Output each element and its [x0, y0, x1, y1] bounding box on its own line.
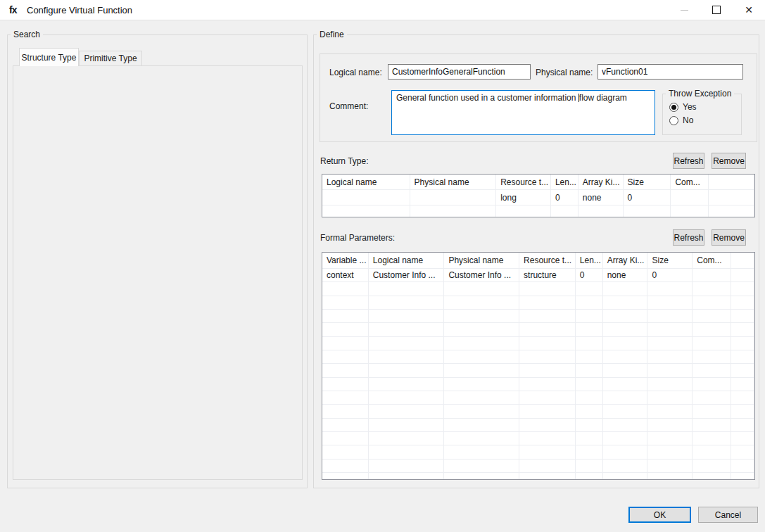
close-button[interactable]: ✕	[733, 0, 765, 20]
return-type-label: Return Type:	[320, 156, 368, 166]
maximize-button[interactable]	[700, 0, 733, 20]
column-header[interactable]: Logical name	[322, 175, 410, 189]
table-empty-cell	[576, 364, 603, 376]
table-empty-row	[322, 323, 754, 336]
table-empty-cell	[369, 405, 445, 417]
tab-primitive-type[interactable]: Primitive Type	[79, 51, 142, 65]
return-type-table: Logical namePhysical nameResource t...Le…	[322, 174, 755, 217]
table-empty-cell	[322, 350, 369, 363]
radio-throw-exception-yes[interactable]: Yes	[669, 102, 741, 112]
column-header[interactable]: Resource t...	[496, 175, 551, 189]
table-empty-cell	[519, 473, 576, 480]
formal-parameters-refresh-button[interactable]: Refresh	[673, 229, 704, 246]
table-empty-cell	[369, 473, 445, 480]
table-empty-cell	[647, 364, 693, 376]
column-header[interactable]: Size	[624, 175, 671, 189]
table-empty-cell	[369, 350, 445, 363]
table-empty-cell	[444, 405, 519, 417]
table-empty-cell	[693, 391, 731, 404]
table-empty-cell	[369, 364, 445, 376]
table-empty-cell	[410, 205, 497, 217]
table-empty-cell	[519, 350, 576, 363]
table-empty-cell	[603, 296, 648, 309]
table-empty-cell	[693, 473, 731, 480]
table-empty-row	[322, 337, 754, 350]
table-empty-cell	[647, 323, 693, 336]
column-header[interactable]: Variable ...	[322, 253, 369, 268]
table-empty-cell	[603, 310, 648, 322]
table-empty-cell	[576, 378, 603, 391]
ok-button[interactable]: OK	[628, 507, 691, 523]
table-empty-cell	[671, 205, 709, 217]
table-empty-cell	[731, 364, 754, 376]
table-empty-cell	[322, 205, 410, 217]
table-empty-cell	[576, 310, 603, 322]
cancel-button[interactable]: Cancel	[698, 507, 758, 523]
physical-name-input[interactable]	[598, 64, 743, 80]
table-empty-cell	[576, 460, 603, 472]
table-empty-cell	[444, 310, 519, 322]
return-type-refresh-button[interactable]: Refresh	[673, 153, 704, 169]
table-empty-cell	[731, 323, 754, 336]
table-empty-cell	[603, 391, 648, 404]
tab-structure-type[interactable]: Structure Type	[19, 48, 79, 66]
table-empty-cell	[603, 419, 648, 431]
table-empty-cell	[322, 473, 369, 480]
table-empty-cell	[624, 205, 671, 217]
table-empty-cell	[322, 364, 369, 376]
table-empty-cell	[576, 323, 603, 336]
table-empty-cell	[369, 310, 445, 322]
table-empty-cell	[369, 460, 445, 472]
table-row[interactable]: contextCustomer Info ...Customer Info ..…	[322, 269, 754, 282]
column-header[interactable]: Com...	[671, 175, 709, 189]
table-empty-cell	[519, 432, 576, 445]
table-empty-cell	[444, 445, 519, 458]
search-groupbox-label: Search	[11, 30, 43, 39]
radio-yes-label: Yes	[683, 102, 697, 112]
table-row[interactable]: long0none0	[322, 190, 754, 205]
column-header[interactable]: Len...	[551, 175, 579, 189]
table-empty-cell	[647, 296, 693, 309]
column-header[interactable]	[731, 253, 754, 268]
table-empty-row	[322, 473, 754, 480]
column-header[interactable]	[709, 175, 754, 189]
column-header[interactable]: Array Ki...	[579, 175, 624, 189]
table-empty-row	[322, 310, 754, 323]
formal-parameters-table: Variable ...Logical namePhysical nameRes…	[322, 252, 755, 480]
table-empty-cell	[603, 364, 648, 376]
comment-text: General function used in a customer info…	[396, 93, 579, 103]
table-empty-row	[322, 350, 754, 364]
column-header[interactable]: Size	[647, 253, 693, 268]
table-cell	[709, 190, 754, 205]
table-empty-cell	[647, 445, 693, 458]
radio-icon	[669, 103, 678, 112]
table-empty-cell	[693, 419, 731, 431]
maximize-icon	[712, 6, 721, 14]
table-empty-row	[322, 364, 754, 377]
column-header[interactable]: Array Ki...	[603, 253, 648, 268]
column-header[interactable]: Physical name	[444, 253, 519, 268]
column-header[interactable]: Logical name	[369, 253, 445, 268]
return-type-remove-button[interactable]: Remove	[712, 153, 746, 169]
table-empty-cell	[647, 419, 693, 431]
define-groupbox-label: Define	[317, 30, 347, 39]
comment-textarea[interactable]: General function used in a customer info…	[391, 90, 655, 135]
table-empty-cell	[519, 445, 576, 458]
table-empty-cell	[444, 391, 519, 404]
radio-throw-exception-no[interactable]: No	[669, 115, 741, 125]
table-empty-cell	[322, 323, 369, 336]
table-empty-cell	[576, 350, 603, 363]
column-header[interactable]: Com...	[693, 253, 731, 268]
table-empty-cell	[603, 337, 648, 350]
formal-parameters-remove-button[interactable]: Remove	[712, 229, 746, 246]
table-empty-cell	[519, 282, 576, 295]
logical-name-input[interactable]	[388, 64, 531, 80]
column-header[interactable]: Len...	[576, 253, 603, 268]
table-empty-row	[322, 419, 754, 432]
table-empty-cell	[444, 378, 519, 391]
minimize-button[interactable]	[668, 0, 700, 20]
column-header[interactable]: Resource t...	[519, 253, 576, 268]
table-empty-cell	[731, 445, 754, 458]
table-empty-cell	[322, 282, 369, 295]
column-header[interactable]: Physical name	[410, 175, 497, 189]
